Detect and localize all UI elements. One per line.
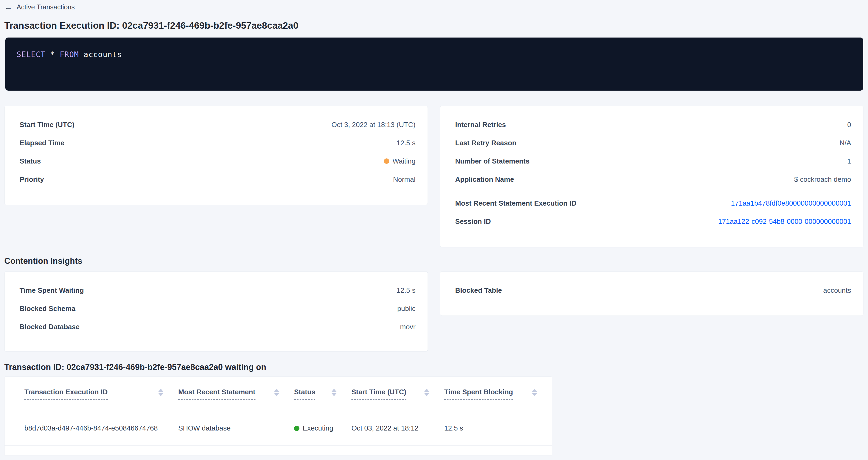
cell-status: Executing [294,424,351,432]
sort-icon[interactable] [158,389,163,396]
sort-icon[interactable] [274,389,279,396]
page: ← Active Transactions Transaction Execut… [0,0,868,456]
column-header-status[interactable]: Status [294,388,351,400]
row-label: Session ID [455,217,491,226]
row-application-name: Application Name $ cockroach demo [455,170,851,188]
row-value: movr [400,323,415,331]
row-most-recent-statement-execution-id: Most Recent Statement Execution ID 171aa… [455,194,851,212]
row-label: Start Time (UTC) [20,121,74,129]
cell-most-recent-statement: SHOW database [178,424,294,432]
row-value: accounts [823,286,851,295]
row-status: Status Waiting [20,152,415,170]
session-id-link[interactable]: 171aa122-c092-54b8-0000-000000000001 [718,217,851,226]
row-label: Time Spent Waiting [20,286,84,295]
row-value: 12.5 s [397,286,415,295]
row-blocked-database: Blocked Database movr [20,318,415,336]
card-divider [455,192,851,192]
table-row: b8d7d03a-d497-446b-8474-e50846674768 SHO… [5,411,552,446]
statement-execution-id-link[interactable]: 171aa1b478fdf0e80000000000000001 [731,199,851,208]
status-text: Executing [303,424,333,432]
sort-icon[interactable] [532,389,537,396]
execution-details-card: Internal Retries 0 Last Retry Reason N/A… [440,105,863,247]
blocked-table-card: Blocked Table accounts [440,271,863,316]
row-label: Blocked Schema [20,305,75,313]
waiting-status-dot-icon [384,158,389,164]
transaction-summary-card: Start Time (UTC) Oct 3, 2022 at 18:13 (U… [4,105,428,205]
column-header-label: Most Recent Statement [178,388,255,400]
cell-transaction-execution-id: b8d7d03a-d497-446b-8474-e50846674768 [5,424,178,432]
row-time-spent-waiting: Time Spent Waiting 12.5 s [20,281,415,300]
row-priority: Priority Normal [20,170,415,188]
sql-keyword-from: FROM [60,50,79,59]
page-title: Transaction Execution ID: 02ca7931-f246-… [4,20,864,31]
column-header-label: Time Spent Blocking [444,388,513,400]
row-value: N/A [840,139,851,147]
row-value: public [397,305,415,313]
back-to-active-transactions-link[interactable]: ← Active Transactions [4,2,75,12]
row-number-of-statements: Number of Statements 1 [455,152,851,170]
row-label: Last Retry Reason [455,139,516,147]
row-label: Elapsed Time [20,139,64,147]
waiting-on-heading: Transaction ID: 02ca7931-f246-469b-b2fe-… [4,362,864,373]
left-arrow-icon: ← [4,3,12,11]
row-value: $ cockroach demo [794,175,851,184]
row-label: Application Name [455,175,514,184]
contention-section: Time Spent Waiting 12.5 s Blocked Schema… [4,271,864,352]
column-header-label: Start Time (UTC) [351,388,406,400]
contention-insights-heading: Contention Insights [4,256,864,267]
cell-start-time: Oct 03, 2022 at 18:12 [351,424,444,432]
row-blocked-table: Blocked Table accounts [455,281,851,300]
row-start-time: Start Time (UTC) Oct 3, 2022 at 18:13 (U… [20,116,415,134]
row-internal-retries: Internal Retries 0 [455,116,851,134]
status-text: Waiting [393,157,415,165]
row-value: 0 [847,121,851,129]
sql-statement-box: SELECT * FROM accounts [5,37,863,91]
sql-table-name: accounts [84,50,122,59]
sort-icon[interactable] [424,389,429,396]
sort-icon[interactable] [332,389,336,396]
column-header-time-spent-blocking[interactable]: Time Spent Blocking [444,388,552,400]
sql-keyword-select: SELECT [17,50,45,59]
row-blocked-schema: Blocked Schema public [20,300,415,318]
sql-asterisk: * [50,50,55,59]
row-label: Internal Retries [455,121,506,129]
waiting-transactions-table: Transaction Execution ID Most Recent Sta… [4,376,552,456]
row-value: Normal [393,175,415,184]
column-header-start-time[interactable]: Start Time (UTC) [351,388,444,400]
column-header-most-recent-statement[interactable]: Most Recent Statement [178,388,294,400]
row-last-retry-reason: Last Retry Reason N/A [455,134,851,152]
row-label: Blocked Table [455,286,502,295]
summary-section: Start Time (UTC) Oct 3, 2022 at 18:13 (U… [4,105,864,247]
cell-time-spent-blocking: 12.5 s [444,424,552,432]
row-label: Status [20,157,41,165]
status-badge: Waiting [384,157,415,165]
row-elapsed-time: Elapsed Time 12.5 s [20,134,415,152]
row-value: 12.5 s [397,139,415,147]
row-label: Priority [20,175,44,184]
row-label: Blocked Database [20,323,80,331]
row-value: 1 [847,157,851,165]
column-header-label: Status [294,388,315,400]
executing-status-dot-icon [294,426,300,431]
column-header-transaction-execution-id[interactable]: Transaction Execution ID [5,388,178,400]
table-header-row: Transaction Execution ID Most Recent Sta… [5,377,552,411]
row-label: Number of Statements [455,157,529,165]
row-label: Most Recent Statement Execution ID [455,199,576,208]
column-header-label: Transaction Execution ID [24,388,108,400]
back-link-label: Active Transactions [17,3,75,11]
row-value: Oct 3, 2022 at 18:13 (UTC) [331,121,415,129]
contention-details-card: Time Spent Waiting 12.5 s Blocked Schema… [4,271,428,352]
row-session-id: Session ID 171aa122-c092-54b8-0000-00000… [455,212,851,231]
